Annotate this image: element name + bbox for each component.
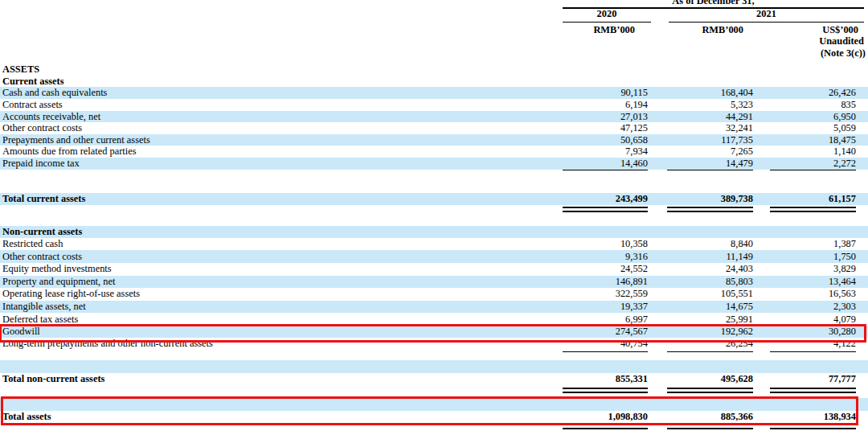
cell-2020-rmb: 146,891	[555, 276, 648, 288]
table-row-prepayments-and-other-current-assets: Prepayments and other current assets50,6…	[0, 134, 868, 146]
cell-2020-rmb	[555, 350, 648, 360]
cell-2021-usd: 5,059	[753, 122, 856, 134]
unaudited-label: Unaudited	[784, 35, 864, 47]
cell-2021-usd: 26,426	[753, 87, 856, 99]
cell-2021-usd	[753, 423, 856, 431]
amount-value: 6,950	[770, 111, 856, 123]
table-row-total-non-current-assets: Total non-current assets855,331495,62877…	[0, 373, 868, 386]
cell-2021-usd	[753, 205, 856, 226]
unit-2020-rmb-heading: RMB’000	[555, 24, 635, 36]
double-rule	[563, 424, 648, 429]
amount-value: 90,115	[563, 87, 648, 99]
table-row-accounts-receivable-net: Accounts receivable, net27,01344,2916,95…	[0, 111, 868, 123]
table-row-long-term-prepayments-and-other-non-current-assets: Long-term prepayments and other non-curr…	[0, 338, 868, 350]
amount-value: 105,551	[667, 288, 753, 300]
cell-2021-usd: 2,303	[753, 301, 856, 313]
table-row-other-contract-costs: Other contract costs9,31611,1491,750	[0, 250, 868, 263]
single-rule	[667, 351, 753, 354]
cell-2021-rmb: 85,803	[648, 276, 753, 288]
table-row-assets: ASSETS	[0, 64, 868, 76]
amount-value: 146,891	[563, 276, 648, 288]
table-spacer	[0, 170, 868, 194]
cell-2021-usd: 77,777	[753, 373, 856, 385]
table-row-goodwill: Goodwill274,567192,96230,280	[0, 326, 868, 339]
amount-value: 10,358	[563, 238, 648, 250]
cell-2020-rmb: 1,098,830	[555, 411, 648, 423]
year-2020-underline	[563, 22, 651, 23]
cell-2021-rmb: 7,265	[648, 146, 753, 158]
asset-table-body: ASSETSCurrent assetsCash and cash equiva…	[0, 64, 868, 435]
amount-value: 32,241	[667, 122, 753, 134]
cell-2021-rmb: 885,366	[648, 411, 753, 423]
cell-2020-rmb: 243,499	[555, 193, 648, 205]
amount-value: 835	[770, 99, 856, 111]
cell-2020-rmb: 322,559	[555, 288, 648, 300]
cell-2020-rmb	[555, 385, 648, 398]
row-label: Property and equipment, net	[0, 276, 555, 288]
amount-value: 14,675	[667, 301, 753, 313]
unit-2021-usd-heading: US$’000	[776, 24, 858, 36]
row-label: Restricted cash	[0, 238, 555, 250]
row-label: Deferred tax assets	[0, 314, 555, 326]
row-label: Equity method investments	[0, 263, 555, 275]
double-rule	[770, 424, 856, 429]
amount-value: 24,403	[667, 263, 753, 275]
amount-value: 322,559	[563, 288, 648, 300]
amount-value: 389,738	[667, 193, 753, 205]
table-row-non-current-assets: Non-current assets	[0, 226, 868, 238]
amount-value: 192,962	[667, 326, 753, 338]
cell-2021-usd: 30,280	[753, 326, 856, 338]
table-row-contract-assets: Contract assets6,1945,323835	[0, 99, 868, 111]
table-blank-blue	[0, 360, 868, 373]
cell-2021-usd: 1,387	[753, 238, 856, 250]
year-2021-underline	[669, 22, 864, 23]
cell-2021-rmb: 25,991	[648, 314, 753, 326]
amount-value: 855,331	[563, 373, 648, 385]
cell-2021-rmb	[648, 385, 753, 398]
row-label: Other contract costs	[0, 122, 555, 134]
table-rule-double-b	[0, 385, 868, 398]
amount-value: 7,265	[667, 146, 753, 158]
cell-2020-rmb: 40,754	[555, 338, 648, 350]
cell-2021-usd	[753, 350, 856, 360]
amount-value: 243,499	[563, 193, 648, 205]
table-row-prepaid-income-tax: Prepaid income tax14,46014,4792,272	[0, 158, 868, 170]
cell-2020-rmb: 90,115	[555, 87, 648, 99]
amount-value: 13,464	[770, 276, 856, 288]
table-row-operating-lease-right-of-use-assets: Operating lease right-of-use assets322,5…	[0, 288, 868, 301]
amount-value: 4,122	[770, 338, 856, 350]
cell-2021-rmb: 24,403	[648, 263, 753, 275]
cell-2020-rmb: 274,567	[555, 326, 648, 338]
cell-2021-rmb: 389,738	[648, 193, 753, 205]
amount-value: 274,567	[563, 326, 648, 338]
double-rule	[563, 207, 648, 212]
amount-value: 8,840	[667, 238, 753, 250]
row-label: Current assets	[0, 76, 555, 88]
amount-value: 14,479	[667, 158, 753, 170]
amount-value: 26,254	[667, 338, 753, 350]
cell-2021-rmb: 117,735	[648, 134, 753, 146]
cell-2021-usd: 2,272	[753, 158, 856, 170]
cell-2020-rmb: 10,358	[555, 238, 648, 250]
amount-value: 2,272	[770, 158, 856, 170]
row-label: Long-term prepayments and other non-curr…	[0, 338, 555, 350]
amount-value: 77,777	[770, 373, 856, 385]
amount-value: 168,404	[667, 87, 753, 99]
row-label: Goodwill	[0, 326, 555, 338]
amount-value: 50,658	[563, 134, 648, 146]
amount-value: 61,157	[770, 193, 856, 205]
cell-2021-usd: 16,563	[753, 288, 856, 300]
row-label: Total current assets	[0, 193, 555, 205]
cell-2020-rmb: 14,460	[555, 158, 648, 170]
table-row-current-assets: Current assets	[0, 76, 868, 88]
cell-2021-rmb: 44,291	[648, 111, 753, 123]
cell-2021-rmb: 495,628	[648, 373, 753, 385]
table-row-total-current-assets: Total current assets243,499389,73861,157	[0, 193, 868, 205]
cell-2021-rmb	[648, 423, 753, 431]
amount-value: 16,563	[770, 288, 856, 300]
cell-2020-rmb: 27,013	[555, 111, 648, 123]
amount-value: 5,059	[770, 122, 856, 134]
amount-value: 14,460	[563, 158, 648, 170]
amount-value: 85,803	[667, 276, 753, 288]
table-end	[0, 431, 868, 435]
